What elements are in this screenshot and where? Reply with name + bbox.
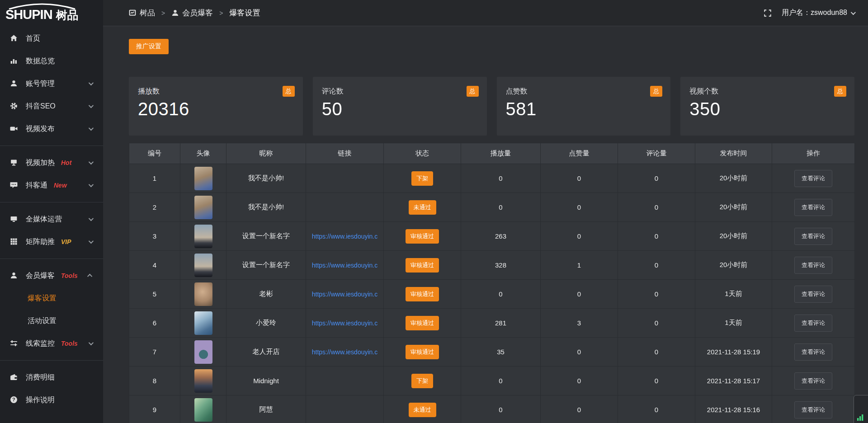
view-comments-button[interactable]: 查看评论 — [794, 257, 832, 274]
status-badge[interactable]: 审核通过 — [406, 345, 439, 359]
view-comments-button[interactable]: 查看评论 — [794, 199, 832, 216]
breadcrumb-item-树品[interactable]: 树品 — [129, 8, 155, 18]
chevron-down-icon — [89, 160, 94, 164]
sidebar-subitem-爆客设置[interactable]: 爆客设置 — [0, 287, 103, 310]
sidebar-item-视频发布[interactable]: 视频发布 — [0, 118, 103, 140]
status-badge[interactable]: 未通过 — [409, 200, 436, 215]
sidebar-subitem-活动设置[interactable]: 活动设置 — [0, 310, 103, 332]
sidebar-item-线索监控[interactable]: 线索监控Tools — [0, 332, 103, 355]
total-badge: 总 — [650, 86, 662, 97]
cell-link[interactable]: https://www.iesdouyin.c — [306, 222, 384, 251]
cell-link[interactable]: https://www.iesdouyin.c — [306, 338, 384, 367]
chevron-down-icon — [89, 216, 94, 221]
chevron-down-icon — [89, 80, 94, 85]
cell-action: 查看评论 — [772, 367, 855, 395]
cell-link — [306, 193, 384, 222]
chevron-down-icon — [89, 126, 94, 131]
cell-no: 2 — [129, 193, 180, 222]
user-icon — [171, 9, 179, 17]
sidebar-item-操作说明[interactable]: ?操作说明 — [0, 389, 103, 411]
sidebar-divider — [0, 202, 103, 202]
promo-settings-button[interactable]: 推广设置 — [129, 39, 169, 54]
fullscreen-icon[interactable] — [764, 9, 772, 17]
cell-no: 4 — [129, 251, 180, 280]
stats-row: 播放数20316总评论数50总点赞数581总视频个数350总 — [129, 77, 854, 136]
status-badge[interactable]: 下架 — [411, 171, 433, 186]
cell-status: 下架 — [384, 367, 461, 395]
username-menu[interactable]: 用户名：zswodun88 — [782, 8, 854, 18]
status-badge[interactable]: 下架 — [411, 374, 433, 388]
breadcrumb-label: 树品 — [140, 8, 155, 18]
sidebar-item-label: 线索监控 — [26, 339, 55, 348]
sidebar-divider — [0, 258, 103, 259]
view-comments-button[interactable]: 查看评论 — [794, 315, 832, 332]
sidebar-item-全媒体运营[interactable]: 全媒体运营 — [0, 208, 103, 230]
sidebar-item-label: 抖音SEO — [26, 102, 56, 111]
cell-status: 下架 — [384, 164, 461, 193]
sidebar-item-label: 数据总览 — [26, 56, 55, 66]
sidebar-item-label: 消费明细 — [26, 373, 55, 382]
cell-nickname: Midnight — [226, 367, 306, 395]
table-row: 3设置一个新名字https://www.iesdouyin.c审核通过26300… — [129, 222, 855, 251]
cell-no: 9 — [129, 395, 180, 423]
cell-no: 5 — [129, 280, 180, 309]
avatar — [194, 196, 212, 219]
view-comments-button[interactable]: 查看评论 — [794, 401, 832, 418]
cell-link[interactable]: https://www.iesdouyin.c — [306, 280, 384, 309]
stat-card-点赞数: 点赞数581总 — [497, 77, 671, 136]
cell-status: 审核通过 — [384, 251, 461, 280]
cell-no: 3 — [129, 222, 180, 251]
cell-avatar — [180, 338, 226, 367]
app-logo[interactable]: SHUPIN 树品 — [0, 0, 103, 24]
user-icon — [10, 80, 18, 88]
sidebar-item-视频加热[interactable]: 视频加热Hot — [0, 151, 103, 174]
sidebar-item-消费明细[interactable]: 消费明细 — [0, 366, 103, 389]
cell-link — [306, 395, 384, 423]
sidebar-item-矩阵助推[interactable]: 矩阵助推VIP — [0, 230, 103, 253]
home-icon — [10, 34, 18, 42]
cell-plays: 328 — [461, 251, 541, 280]
cell-avatar — [180, 309, 226, 338]
status-badge[interactable]: 审核通过 — [406, 229, 439, 244]
cell-link[interactable]: https://www.iesdouyin.c — [306, 309, 384, 338]
cell-comments: 0 — [618, 251, 695, 280]
cell-action: 查看评论 — [772, 395, 855, 423]
sidebar-item-账号管理[interactable]: 账号管理 — [0, 72, 103, 95]
sidebar-item-抖音SEO[interactable]: 抖音SEO — [0, 95, 103, 118]
sidebar-item-首页[interactable]: 首页 — [0, 27, 103, 50]
view-comments-button[interactable]: 查看评论 — [794, 343, 832, 361]
cell-avatar — [180, 164, 226, 193]
status-badge[interactable]: 审核通过 — [406, 287, 439, 301]
status-badge[interactable]: 审核通过 — [406, 316, 439, 330]
table-row: 7老人开店https://www.iesdouyin.c审核通过35002021… — [129, 338, 855, 367]
chevron-down-icon — [851, 9, 856, 14]
user-icon — [10, 272, 18, 280]
breadcrumb-item-会员爆客[interactable]: 会员爆客 — [171, 8, 213, 18]
floating-widget[interactable] — [854, 395, 868, 423]
cell-plays: 0 — [461, 164, 541, 193]
cell-comments: 0 — [618, 193, 695, 222]
view-comments-button[interactable]: 查看评论 — [794, 170, 832, 187]
cell-comments: 0 — [618, 395, 695, 423]
cell-avatar — [180, 222, 226, 251]
cell-plays: 0 — [461, 395, 541, 423]
cell-plays: 0 — [461, 193, 541, 222]
signal-bars-icon — [857, 414, 864, 421]
view-comments-button[interactable]: 查看评论 — [794, 286, 832, 303]
sidebar-item-抖客通[interactable]: 抖客通New — [0, 174, 103, 197]
breadcrumb-item-爆客设置[interactable]: 爆客设置 — [229, 8, 260, 18]
sidebar-item-会员爆客[interactable]: 会员爆客Tools — [0, 264, 103, 287]
sidebar-item-label: 矩阵助推 — [26, 237, 55, 247]
cell-link[interactable]: https://www.iesdouyin.c — [306, 251, 384, 280]
total-badge: 总 — [467, 86, 479, 97]
view-comments-button[interactable]: 查看评论 — [794, 228, 832, 245]
cell-no: 1 — [129, 164, 180, 193]
status-badge[interactable]: 审核通过 — [406, 258, 439, 273]
table-header-row: 编号头像昵称链接状态播放量点赞量评论量发布时间操作 — [129, 143, 855, 164]
view-comments-button[interactable]: 查看评论 — [794, 372, 832, 390]
status-badge[interactable]: 未通过 — [409, 403, 436, 417]
breadcrumb-label: 爆客设置 — [229, 8, 260, 18]
stat-label: 播放数 — [138, 87, 294, 96]
cell-nickname: 设置一个新名字 — [226, 251, 306, 280]
sidebar-item-数据总览[interactable]: 数据总览 — [0, 50, 103, 72]
